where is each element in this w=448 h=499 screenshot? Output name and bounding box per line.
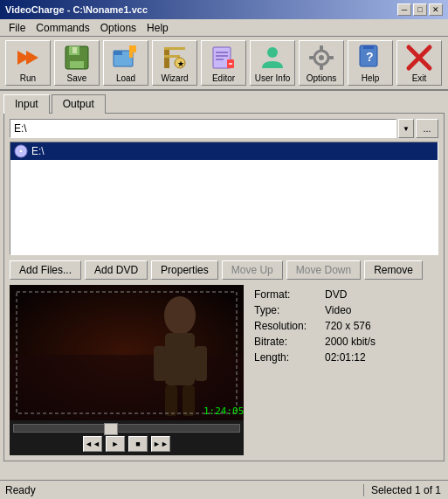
exit-icon bbox=[405, 44, 433, 72]
save-button[interactable]: Save bbox=[54, 40, 100, 86]
wizard-label: Wizard bbox=[161, 73, 188, 83]
editor-button[interactable]: Editor bbox=[201, 40, 246, 86]
userinfo-label: User Info bbox=[255, 73, 291, 83]
svg-rect-12 bbox=[164, 55, 180, 58]
path-dropdown-button[interactable]: ▼ bbox=[398, 119, 414, 138]
list-item[interactable]: E:\ bbox=[10, 142, 438, 160]
exit-label: Exit bbox=[412, 73, 427, 83]
file-list[interactable]: E:\ bbox=[10, 142, 438, 255]
tab-container: Input Output bbox=[3, 94, 445, 114]
resolution-label: Resolution: bbox=[254, 320, 320, 332]
toolbar: Run Save Load bbox=[0, 37, 448, 91]
userinfo-icon bbox=[258, 44, 286, 72]
svg-text:★: ★ bbox=[177, 59, 184, 68]
dvd-icon bbox=[14, 144, 28, 158]
minimize-button[interactable]: ─ bbox=[397, 3, 411, 16]
svg-rect-7 bbox=[114, 51, 122, 55]
run-icon bbox=[14, 44, 42, 72]
options-label: Options bbox=[307, 73, 336, 83]
svg-rect-41 bbox=[165, 385, 177, 416]
options-icon bbox=[307, 44, 335, 72]
menu-file[interactable]: File bbox=[3, 20, 31, 36]
path-row: ▼ ... bbox=[10, 119, 438, 138]
resolution-value: 720 x 576 bbox=[325, 320, 371, 332]
save-icon bbox=[63, 44, 91, 72]
help-label: Help bbox=[362, 73, 380, 83]
svg-rect-4 bbox=[70, 61, 84, 68]
rewind-button[interactable]: ◄◄ bbox=[83, 436, 102, 452]
menu-help[interactable]: Help bbox=[141, 20, 174, 36]
editor-icon bbox=[210, 44, 238, 72]
wizard-button[interactable]: ★ Wizard bbox=[152, 40, 197, 86]
browse-button[interactable]: ... bbox=[416, 119, 438, 138]
add-files-button[interactable]: Add Files... bbox=[10, 260, 81, 280]
svg-rect-38 bbox=[165, 333, 195, 385]
bitrate-label: Bitrate: bbox=[254, 336, 320, 348]
path-input[interactable] bbox=[10, 119, 396, 138]
help-button[interactable]: ? Help bbox=[348, 40, 393, 86]
status-bar: Ready Selected 1 of 1 bbox=[0, 480, 448, 499]
load-label: Load bbox=[116, 73, 135, 83]
svg-rect-39 bbox=[154, 346, 166, 381]
menu-options[interactable]: Options bbox=[95, 20, 141, 36]
svg-point-37 bbox=[164, 296, 196, 335]
options-button[interactable]: Options bbox=[299, 40, 344, 86]
svg-marker-1 bbox=[26, 51, 38, 65]
main-content: Input Output ▼ ... E:\ Add File bbox=[0, 91, 448, 465]
run-label: Run bbox=[20, 73, 36, 83]
load-icon bbox=[112, 44, 140, 72]
exit-button[interactable]: Exit bbox=[396, 40, 442, 86]
window-title: VideoCharge - C:\Noname1.vcc bbox=[5, 4, 148, 15]
properties-button[interactable]: Properties bbox=[151, 260, 218, 280]
svg-rect-40 bbox=[195, 346, 207, 381]
length-label: Length: bbox=[254, 351, 320, 364]
run-button[interactable]: Run bbox=[5, 40, 51, 86]
save-label: Save bbox=[67, 73, 87, 83]
seek-bar[interactable] bbox=[13, 424, 240, 433]
load-button[interactable]: Load bbox=[103, 40, 148, 86]
media-section: 1:24:05 ◄◄ ► ■ ►► bbox=[10, 285, 438, 455]
svg-rect-27 bbox=[328, 56, 334, 59]
input-panel: ▼ ... E:\ Add Files... Add DVD Propertie… bbox=[3, 113, 445, 461]
play-button[interactable]: ► bbox=[106, 436, 125, 452]
resolution-row: Resolution: 720 x 576 bbox=[254, 320, 435, 332]
action-buttons: Add Files... Add DVD Properties Move Up … bbox=[10, 260, 438, 280]
svg-rect-29 bbox=[363, 45, 374, 49]
forward-button[interactable]: ►► bbox=[151, 436, 170, 452]
seek-thumb[interactable] bbox=[104, 423, 118, 435]
stop-button[interactable]: ■ bbox=[128, 436, 148, 452]
svg-rect-42 bbox=[183, 385, 195, 416]
svg-text:1:24:05: 1:24:05 bbox=[203, 405, 244, 417]
file-name: E:\ bbox=[31, 145, 45, 157]
bitrate-value: 2000 kbit/s bbox=[325, 336, 376, 348]
format-row: Format: DVD bbox=[254, 288, 435, 301]
info-panel: Format: DVD Type: Video Resolution: 720 … bbox=[251, 285, 438, 455]
svg-point-34 bbox=[19, 149, 23, 153]
video-container: 1:24:05 ◄◄ ► ■ ►► bbox=[10, 285, 244, 455]
format-label: Format: bbox=[254, 288, 320, 301]
svg-rect-26 bbox=[309, 56, 314, 59]
tab-output[interactable]: Output bbox=[52, 94, 106, 114]
move-down-button[interactable]: Move Down bbox=[286, 260, 361, 280]
status-ready: Ready bbox=[0, 484, 364, 496]
title-bar: VideoCharge - C:\Noname1.vcc ─ □ ✕ bbox=[0, 0, 448, 19]
video-scene: 1:24:05 bbox=[10, 285, 244, 420]
help-icon: ? bbox=[356, 44, 384, 72]
userinfo-button[interactable]: User Info bbox=[250, 40, 295, 86]
type-row: Type: Video bbox=[254, 304, 435, 316]
tab-input[interactable]: Input bbox=[3, 94, 50, 114]
svg-rect-25 bbox=[320, 65, 323, 70]
menu-commands[interactable]: Commands bbox=[31, 20, 94, 36]
close-button[interactable]: ✕ bbox=[429, 3, 443, 16]
add-dvd-button[interactable]: Add DVD bbox=[85, 260, 148, 280]
bitrate-row: Bitrate: 2000 kbit/s bbox=[254, 336, 435, 348]
type-value: Video bbox=[325, 304, 351, 316]
format-value: DVD bbox=[325, 288, 347, 301]
type-label: Type: bbox=[254, 304, 320, 316]
svg-rect-11 bbox=[164, 47, 185, 50]
playback-bar: ◄◄ ► ■ ►► bbox=[10, 420, 244, 455]
svg-rect-5 bbox=[72, 47, 77, 53]
maximize-button[interactable]: □ bbox=[413, 3, 427, 16]
remove-button[interactable]: Remove bbox=[364, 260, 423, 280]
move-up-button[interactable]: Move Up bbox=[222, 260, 283, 280]
